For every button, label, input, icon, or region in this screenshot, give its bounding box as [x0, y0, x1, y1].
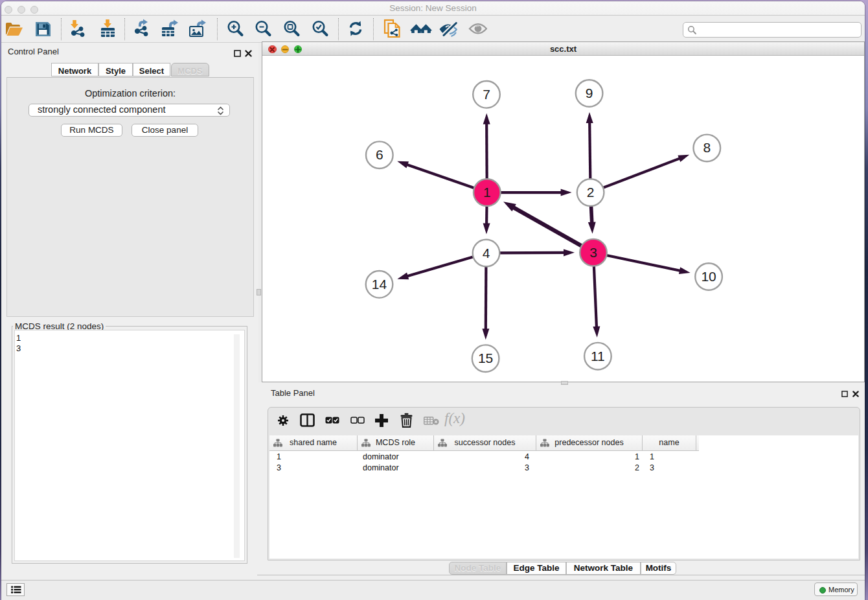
svg-text:1: 1 [483, 185, 491, 200]
svg-text:11: 11 [591, 349, 605, 363]
svg-text:8: 8 [703, 140, 711, 155]
svg-text:4: 4 [483, 246, 490, 260]
svg-text:14: 14 [372, 277, 387, 292]
svg-text:10: 10 [701, 269, 716, 284]
svg-text:7: 7 [483, 87, 490, 102]
svg-text:3: 3 [589, 245, 597, 260]
svg-text:2: 2 [587, 185, 595, 200]
svg-text:9: 9 [586, 86, 593, 100]
svg-text:15: 15 [478, 351, 493, 365]
svg-text:6: 6 [376, 147, 383, 162]
